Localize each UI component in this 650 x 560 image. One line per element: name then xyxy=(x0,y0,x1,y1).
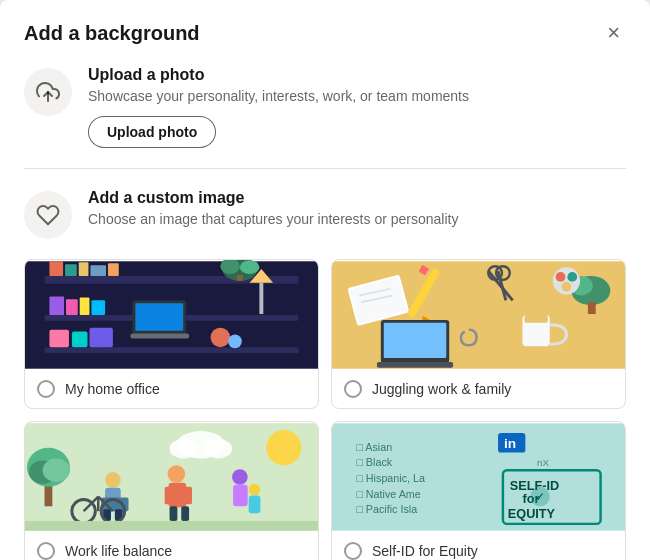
modal-title: Add a background xyxy=(24,22,200,45)
svg-rect-43 xyxy=(384,323,447,358)
self-id-footer: Self-ID for Equity xyxy=(332,532,625,560)
svg-text:EQUITY: EQUITY xyxy=(508,507,556,521)
home-office-footer: My home office xyxy=(25,370,318,408)
svg-text:in: in xyxy=(504,436,516,451)
juggling-image xyxy=(332,260,625,370)
svg-rect-20 xyxy=(130,334,189,339)
svg-rect-17 xyxy=(91,300,105,315)
svg-rect-41 xyxy=(524,315,547,323)
card-home-office[interactable]: My home office xyxy=(24,259,319,409)
svg-point-27 xyxy=(228,335,242,349)
svg-rect-69 xyxy=(165,487,173,505)
svg-point-60 xyxy=(170,439,197,459)
svg-point-26 xyxy=(211,328,231,348)
work-life-radio[interactable] xyxy=(37,542,55,560)
heart-icon xyxy=(36,203,60,227)
juggling-label: Juggling work & family xyxy=(372,381,511,397)
svg-rect-25 xyxy=(89,328,112,348)
svg-rect-5 xyxy=(49,261,63,276)
home-office-label: My home office xyxy=(65,381,160,397)
juggling-footer: Juggling work & family xyxy=(332,370,625,408)
upload-heading: Upload a photo xyxy=(88,66,469,84)
self-id-image: □ Asian □ Black □ Hispanic, La □ Native … xyxy=(332,422,625,532)
svg-rect-23 xyxy=(49,330,69,348)
svg-rect-24 xyxy=(72,332,88,348)
svg-rect-76 xyxy=(249,496,261,514)
work-life-footer: Work life balance xyxy=(25,532,318,560)
custom-heading: Add a custom image xyxy=(88,189,458,207)
svg-rect-82 xyxy=(25,521,318,531)
custom-description: Choose an image that captures your inter… xyxy=(88,211,458,227)
upload-icon xyxy=(36,80,60,104)
svg-text:□ Hispanic, La: □ Hispanic, La xyxy=(356,472,425,484)
svg-point-51 xyxy=(562,282,572,292)
upload-section: Upload a photo Showcase your personality… xyxy=(24,66,626,148)
upload-section-text: Upload a photo Showcase your personality… xyxy=(88,66,469,148)
svg-point-49 xyxy=(556,272,566,282)
custom-section-text: Add a custom image Choose an image that … xyxy=(88,189,458,239)
work-life-image xyxy=(25,422,318,532)
svg-rect-7 xyxy=(79,262,89,276)
svg-point-50 xyxy=(567,272,577,282)
svg-point-61 xyxy=(205,439,232,459)
section-divider xyxy=(24,168,626,169)
home-office-image xyxy=(25,260,318,370)
svg-rect-70 xyxy=(184,487,192,505)
modal: Add a background × Upload a photo Showca… xyxy=(0,0,650,560)
card-self-id-equity[interactable]: □ Asian □ Black □ Hispanic, La □ Native … xyxy=(331,421,626,560)
svg-rect-9 xyxy=(108,263,119,276)
svg-point-58 xyxy=(266,430,301,465)
svg-text:□ Black: □ Black xyxy=(356,456,392,468)
custom-image-section: Add a custom image Choose an image that … xyxy=(24,189,626,239)
card-juggling-work-family[interactable]: Juggling work & family xyxy=(331,259,626,409)
svg-rect-19 xyxy=(135,303,183,330)
juggling-radio[interactable] xyxy=(344,380,362,398)
svg-rect-47 xyxy=(588,302,596,314)
svg-rect-8 xyxy=(90,265,106,276)
svg-rect-6 xyxy=(65,264,77,276)
svg-rect-13 xyxy=(237,275,243,281)
svg-point-12 xyxy=(240,260,260,274)
work-life-label: Work life balance xyxy=(65,543,172,559)
svg-text:✓: ✓ xyxy=(535,490,545,503)
upload-description: Showcase your personality, interests, wo… xyxy=(88,88,469,104)
svg-rect-21 xyxy=(259,283,263,314)
custom-icon-container xyxy=(24,191,72,239)
svg-point-67 xyxy=(168,465,186,483)
svg-point-57 xyxy=(43,458,70,481)
upload-photo-button[interactable]: Upload photo xyxy=(88,116,216,148)
close-button[interactable]: × xyxy=(601,20,626,46)
svg-point-73 xyxy=(232,469,248,485)
svg-point-62 xyxy=(105,472,121,488)
svg-rect-71 xyxy=(170,506,178,521)
svg-rect-44 xyxy=(377,362,453,368)
image-grid: My home office xyxy=(24,259,626,560)
svg-rect-72 xyxy=(181,506,189,521)
self-id-label: Self-ID for Equity xyxy=(372,543,478,559)
svg-rect-16 xyxy=(80,297,90,315)
modal-header: Add a background × xyxy=(24,20,626,46)
upload-icon-container xyxy=(24,68,72,116)
svg-text:□ Asian: □ Asian xyxy=(356,441,392,453)
svg-text:□ Pacific Isla: □ Pacific Isla xyxy=(356,503,417,515)
svg-rect-14 xyxy=(49,296,64,315)
self-id-radio[interactable] xyxy=(344,542,362,560)
home-office-radio[interactable] xyxy=(37,380,55,398)
svg-rect-15 xyxy=(66,299,78,315)
svg-text:□ Native Ame: □ Native Ame xyxy=(356,488,420,500)
svg-rect-74 xyxy=(233,485,248,506)
svg-point-75 xyxy=(249,484,261,496)
card-work-life-balance[interactable]: Work life balance xyxy=(24,421,319,560)
svg-rect-4 xyxy=(45,347,299,353)
svg-text:nX: nX xyxy=(537,457,549,468)
